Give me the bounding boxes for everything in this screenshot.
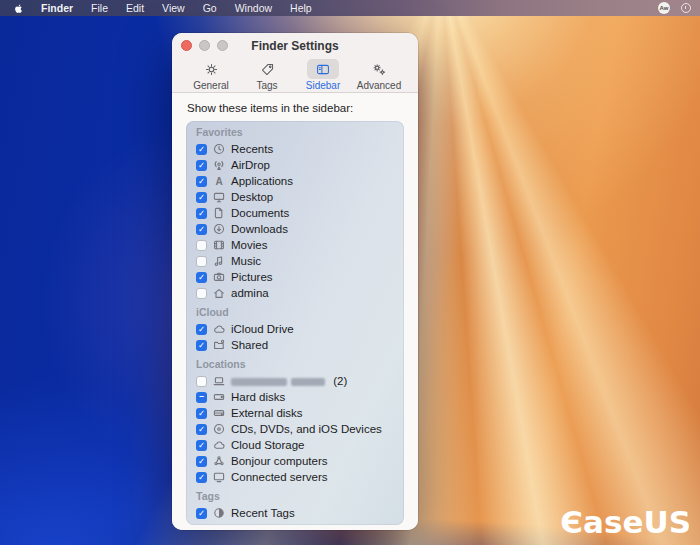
- item-label: (2): [231, 375, 347, 387]
- sidebar-item-hard-disks[interactable]: Hard disks: [194, 389, 396, 405]
- sidebar-icon: [307, 59, 339, 79]
- item-label: Connected servers: [231, 471, 328, 483]
- redacted-text: [291, 378, 325, 386]
- item-checkbox[interactable]: [196, 176, 207, 187]
- film-icon: [212, 239, 226, 252]
- gear-icon: [195, 59, 227, 79]
- item-checkbox[interactable]: [196, 440, 207, 451]
- sidebar-item-external-disks[interactable]: External disks: [194, 405, 396, 421]
- item-checkbox[interactable]: [196, 424, 207, 435]
- camera-icon: [212, 271, 226, 284]
- tab-sidebar[interactable]: Sidebar: [300, 59, 346, 91]
- item-checkbox[interactable]: [196, 340, 207, 351]
- menu-items: FileEditViewGoWindowHelp: [82, 0, 321, 16]
- section-favorites: Favorites Recents AirDrop A Applications…: [194, 126, 396, 301]
- tab-tags[interactable]: Tags: [244, 59, 290, 91]
- display-icon: [212, 471, 226, 484]
- internal-drive-icon: [212, 391, 226, 404]
- section-icloud: iCloud iCloud Drive Shared: [194, 306, 396, 353]
- apple-menu[interactable]: [13, 2, 24, 15]
- sidebar-item-pictures[interactable]: Pictures: [194, 269, 396, 285]
- bonjour-icon: [212, 455, 226, 468]
- section-locations: Locations (2) Hard disks External disks …: [194, 358, 396, 485]
- item-checkbox[interactable]: [196, 240, 207, 251]
- desktop-icon: [212, 191, 226, 204]
- sidebar-item-airdrop[interactable]: AirDrop: [194, 157, 396, 173]
- item-checkbox[interactable]: [196, 160, 207, 171]
- sidebar-item-redacted[interactable]: (2): [194, 373, 396, 389]
- sidebar-item-music[interactable]: Music: [194, 253, 396, 269]
- menu-item-help[interactable]: Help: [281, 0, 321, 16]
- finder-settings-window: Finder Settings General Tags Sidebar Adv…: [172, 33, 418, 530]
- item-checkbox[interactable]: [196, 224, 207, 235]
- tab-general[interactable]: General: [188, 59, 234, 91]
- item-label: Shared: [231, 339, 268, 351]
- sidebar-item-admina[interactable]: admina: [194, 285, 396, 301]
- sidebar-item-cloud-storage[interactable]: Cloud Storage: [194, 437, 396, 453]
- item-checkbox[interactable]: [196, 508, 207, 519]
- item-label: admina: [231, 287, 269, 299]
- item-checkbox[interactable]: [196, 408, 207, 419]
- applications-icon: A: [212, 175, 226, 188]
- sidebar-item-desktop[interactable]: Desktop: [194, 189, 396, 205]
- item-checkbox[interactable]: [196, 288, 207, 299]
- sidebar-item-recent-tags[interactable]: Recent Tags: [194, 505, 396, 521]
- sidebar-item-cds-dvds-and-ios-devices[interactable]: CDs, DVDs, and iOS Devices: [194, 421, 396, 437]
- menu-item-app[interactable]: Finder: [32, 0, 82, 16]
- sidebar-item-connected-servers[interactable]: Connected servers: [194, 469, 396, 485]
- menu-item-file[interactable]: File: [82, 0, 117, 16]
- sidebar-item-recents[interactable]: Recents: [194, 141, 396, 157]
- tab-label: Tags: [256, 80, 277, 91]
- sidebar-item-movies[interactable]: Movies: [194, 237, 396, 253]
- music-note-icon: [212, 255, 226, 268]
- sidebar-item-documents[interactable]: Documents: [194, 205, 396, 221]
- menu-item-view[interactable]: View: [153, 0, 194, 16]
- sidebar-item-bonjour-computers[interactable]: Bonjour computers: [194, 453, 396, 469]
- item-label: Cloud Storage: [231, 439, 305, 451]
- menu-item-window[interactable]: Window: [226, 0, 281, 16]
- item-checkbox[interactable]: [196, 144, 207, 155]
- gears-icon: [363, 59, 395, 79]
- section-header: Favorites: [196, 126, 396, 139]
- sidebar-item-shared[interactable]: Shared: [194, 337, 396, 353]
- section-header: Locations: [196, 358, 396, 371]
- airdrop-icon: [212, 159, 226, 172]
- apple-logo-icon: [13, 2, 24, 15]
- sidebar-item-applications[interactable]: A Applications: [194, 173, 396, 189]
- item-label: Applications: [231, 175, 293, 187]
- item-checkbox[interactable]: [196, 456, 207, 467]
- menu-item-go[interactable]: Go: [194, 0, 226, 16]
- window-titlebar[interactable]: Finder Settings: [172, 33, 418, 58]
- item-checkbox[interactable]: [196, 256, 207, 267]
- document-icon: [212, 207, 226, 220]
- menu-item-edit[interactable]: Edit: [117, 0, 153, 16]
- item-checkbox[interactable]: [196, 392, 207, 403]
- item-checkbox[interactable]: [196, 208, 207, 219]
- laptop-icon: [212, 375, 226, 388]
- clock-status-icon[interactable]: [681, 3, 691, 13]
- item-checkbox[interactable]: [196, 324, 207, 335]
- tab-label: General: [193, 80, 229, 91]
- item-label: External disks: [231, 407, 303, 419]
- item-checkbox[interactable]: [196, 472, 207, 483]
- external-drive-icon: [212, 407, 226, 420]
- traffic-lights: [181, 40, 228, 51]
- zoom-button[interactable]: [217, 40, 228, 51]
- minimize-button[interactable]: [199, 40, 210, 51]
- shared-folder-icon: [212, 339, 226, 352]
- tab-label: Advanced: [357, 80, 401, 91]
- user-avatar[interactable]: Aw: [658, 2, 670, 14]
- item-checkbox[interactable]: [196, 272, 207, 283]
- tab-advanced[interactable]: Advanced: [356, 59, 402, 91]
- item-label: Bonjour computers: [231, 455, 328, 467]
- sidebar-item-icloud-drive[interactable]: iCloud Drive: [194, 321, 396, 337]
- tag-icon: [251, 59, 283, 79]
- sidebar-description: Show these items in the sidebar:: [187, 102, 404, 114]
- item-checkbox[interactable]: [196, 192, 207, 203]
- settings-toolbar: General Tags Sidebar Advanced: [172, 58, 418, 93]
- tag-circle-icon: [212, 507, 226, 520]
- close-button[interactable]: [181, 40, 192, 51]
- item-checkbox[interactable]: [196, 376, 207, 387]
- sidebar-item-downloads[interactable]: Downloads: [194, 221, 396, 237]
- menu-bar: Finder FileEditViewGoWindowHelp Aw: [0, 0, 700, 16]
